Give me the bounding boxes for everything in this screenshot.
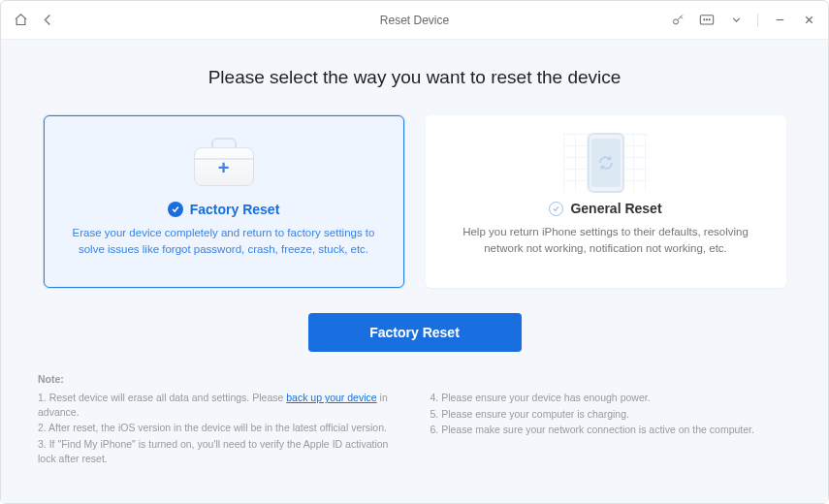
check-circle-filled-icon [168, 202, 183, 217]
app-window: Reset Device Please select the way you w… [0, 0, 829, 504]
svg-point-0 [673, 19, 678, 24]
home-icon[interactable] [13, 13, 28, 28]
svg-point-2 [704, 18, 705, 19]
key-icon[interactable] [670, 13, 686, 28]
note-item: 4. Please ensure your device has enough … [430, 391, 792, 405]
card-title-row: General Reset [549, 201, 661, 216]
note-item: 2. After reset, the iOS version in the d… [38, 421, 399, 435]
notes-col-left: 1. Reset device will erase all data and … [38, 391, 399, 467]
feedback-icon[interactable] [699, 13, 715, 28]
card-description: Help you return iPhone settings to their… [449, 224, 763, 258]
note-item: 5. Please ensure your computer is chargi… [430, 407, 792, 422]
close-icon[interactable] [801, 13, 816, 28]
back-icon[interactable] [40, 13, 55, 28]
action-row: Factory Reset [38, 313, 791, 352]
card-title-row: Factory Reset [168, 202, 280, 217]
notes-section: Note: 1. Reset device will erase all dat… [38, 373, 791, 467]
titlebar: Reset Device [1, 1, 828, 40]
phone-reset-icon [588, 131, 624, 195]
option-cards: + Factory Reset Erase your device comple… [38, 115, 791, 288]
factory-reset-button[interactable]: Factory Reset [308, 313, 522, 352]
card-title: General Reset [570, 201, 661, 216]
svg-point-4 [709, 18, 710, 19]
notes-title: Note: [38, 373, 791, 385]
option-general-reset[interactable]: General Reset Help you return iPhone set… [426, 115, 786, 288]
note-item: 6. Please make sure your network connect… [430, 423, 792, 437]
backup-link[interactable]: back up your device [286, 392, 376, 403]
notes-col-right: 4. Please ensure your device has enough … [430, 391, 792, 467]
chevron-down-icon[interactable] [728, 13, 744, 28]
note-text: 1. Reset device will erase all data and … [38, 392, 286, 403]
svg-point-3 [706, 18, 707, 19]
page-headline: Please select the way you want to reset … [38, 67, 791, 88]
option-factory-reset[interactable]: + Factory Reset Erase your device comple… [44, 115, 404, 288]
notes-columns: 1. Reset device will erase all data and … [38, 391, 791, 467]
check-circle-outline-icon [549, 202, 563, 216]
minimize-icon[interactable] [772, 13, 787, 28]
separator [757, 14, 758, 27]
medkit-icon: + [194, 132, 254, 196]
titlebar-left [13, 13, 55, 28]
content-area: Please select the way you want to reset … [1, 40, 828, 503]
note-item: 1. Reset device will erase all data and … [38, 391, 399, 419]
card-description: Erase your device completely and return … [68, 225, 380, 259]
note-item: 3. If "Find My iPhone" is turned on, you… [38, 437, 399, 465]
titlebar-right [670, 13, 816, 28]
card-title: Factory Reset [190, 202, 280, 217]
